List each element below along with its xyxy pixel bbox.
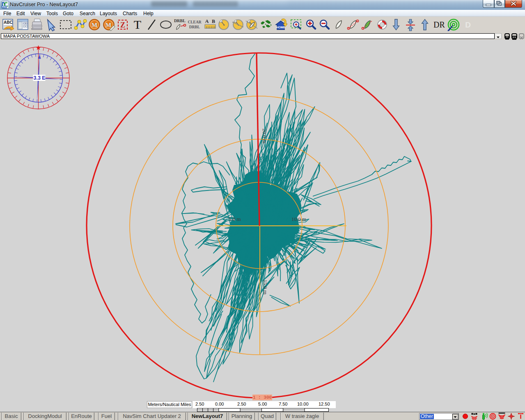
svg-text:DRBL: DRBL (174, 18, 186, 23)
svg-text:CLEAR: CLEAR (188, 20, 201, 24)
svg-text:HOME: HOME (276, 25, 286, 29)
svg-text:D: D (465, 21, 471, 29)
svg-text:3.3 E: 3.3 E (34, 75, 46, 81)
svg-text:PRO: PRO (2, 6, 7, 8)
svg-text:M: M (105, 22, 111, 28)
svg-text:ABC: ABC (4, 20, 13, 25)
svg-text:DR: DR (433, 20, 445, 29)
svg-text:DRBL: DRBL (189, 25, 200, 29)
svg-text:M: M (92, 22, 97, 28)
svg-text:T: T (134, 18, 141, 31)
svg-text:Z: Z (120, 21, 125, 29)
